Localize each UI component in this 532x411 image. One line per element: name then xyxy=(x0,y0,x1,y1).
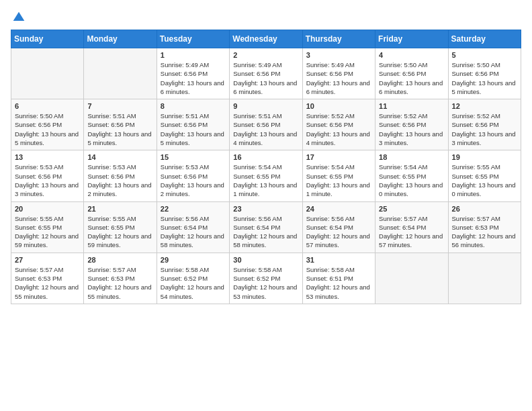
day-info: Sunrise: 5:56 AM Sunset: 6:54 PM Dayligh… xyxy=(161,214,226,250)
calendar-week-row: 20Sunrise: 5:55 AM Sunset: 6:55 PM Dayli… xyxy=(11,201,521,253)
calendar-cell: 1Sunrise: 5:49 AM Sunset: 6:56 PM Daylig… xyxy=(157,48,229,99)
day-number: 19 xyxy=(452,153,517,161)
day-number: 7 xyxy=(87,102,152,110)
day-number: 16 xyxy=(233,153,298,161)
calendar-cell: 10Sunrise: 5:52 AM Sunset: 6:56 PM Dayli… xyxy=(302,99,375,150)
day-number: 23 xyxy=(233,205,298,213)
day-number: 29 xyxy=(161,256,226,264)
calendar-cell: 29Sunrise: 5:58 AM Sunset: 6:52 PM Dayli… xyxy=(157,253,229,304)
day-info: Sunrise: 5:49 AM Sunset: 6:56 PM Dayligh… xyxy=(306,60,371,96)
day-info: Sunrise: 5:50 AM Sunset: 6:56 PM Dayligh… xyxy=(15,111,80,147)
svg-marker-0 xyxy=(13,12,25,21)
day-number: 1 xyxy=(161,51,226,59)
day-info: Sunrise: 5:54 AM Sunset: 6:55 PM Dayligh… xyxy=(233,163,298,198)
day-number: 3 xyxy=(306,51,371,59)
day-number: 13 xyxy=(15,153,80,161)
day-info: Sunrise: 5:57 AM Sunset: 6:53 PM Dayligh… xyxy=(452,214,517,250)
day-info: Sunrise: 5:57 AM Sunset: 6:53 PM Dayligh… xyxy=(15,265,80,301)
calendar-cell: 14Sunrise: 5:53 AM Sunset: 6:56 PM Dayli… xyxy=(84,150,157,201)
calendar-cell: 4Sunrise: 5:50 AM Sunset: 6:56 PM Daylig… xyxy=(375,48,448,99)
day-info: Sunrise: 5:57 AM Sunset: 6:53 PM Dayligh… xyxy=(87,265,152,301)
calendar-cell: 25Sunrise: 5:57 AM Sunset: 6:54 PM Dayli… xyxy=(375,201,448,253)
day-info: Sunrise: 5:50 AM Sunset: 6:56 PM Dayligh… xyxy=(379,60,444,96)
day-number: 11 xyxy=(379,102,444,110)
calendar-cell: 30Sunrise: 5:58 AM Sunset: 6:52 PM Dayli… xyxy=(230,253,302,304)
calendar-cell: 16Sunrise: 5:54 AM Sunset: 6:55 PM Dayli… xyxy=(230,150,302,201)
logo-icon xyxy=(12,11,26,24)
day-number: 27 xyxy=(15,256,80,264)
calendar-week-row: 1Sunrise: 5:49 AM Sunset: 6:56 PM Daylig… xyxy=(11,48,521,99)
day-info: Sunrise: 5:51 AM Sunset: 6:56 PM Dayligh… xyxy=(161,111,226,147)
calendar-cell: 20Sunrise: 5:55 AM Sunset: 6:55 PM Dayli… xyxy=(11,201,84,253)
calendar-cell: 18Sunrise: 5:54 AM Sunset: 6:55 PM Dayli… xyxy=(375,150,448,201)
calendar-cell: 21Sunrise: 5:55 AM Sunset: 6:55 PM Dayli… xyxy=(84,201,157,253)
day-of-week-header: Friday xyxy=(375,30,448,48)
day-number: 22 xyxy=(161,205,226,213)
day-number: 30 xyxy=(233,256,298,264)
day-info: Sunrise: 5:53 AM Sunset: 6:56 PM Dayligh… xyxy=(87,163,152,198)
day-number: 17 xyxy=(306,153,371,161)
day-of-week-header: Thursday xyxy=(302,30,375,48)
day-of-week-header: Saturday xyxy=(448,30,521,48)
day-info: Sunrise: 5:58 AM Sunset: 6:52 PM Dayligh… xyxy=(161,265,226,301)
day-info: Sunrise: 5:56 AM Sunset: 6:54 PM Dayligh… xyxy=(233,214,298,250)
calendar-cell: 19Sunrise: 5:55 AM Sunset: 6:55 PM Dayli… xyxy=(448,150,521,201)
calendar-week-row: 6Sunrise: 5:50 AM Sunset: 6:56 PM Daylig… xyxy=(11,99,521,150)
calendar-cell: 31Sunrise: 5:58 AM Sunset: 6:51 PM Dayli… xyxy=(302,253,375,304)
day-number: 5 xyxy=(452,51,517,59)
day-number: 28 xyxy=(87,256,152,264)
day-number: 15 xyxy=(161,153,226,161)
day-number: 26 xyxy=(452,205,517,213)
calendar-cell: 5Sunrise: 5:50 AM Sunset: 6:56 PM Daylig… xyxy=(448,48,521,99)
calendar-cell: 7Sunrise: 5:51 AM Sunset: 6:56 PM Daylig… xyxy=(84,99,157,150)
day-number: 25 xyxy=(379,205,444,213)
day-info: Sunrise: 5:54 AM Sunset: 6:55 PM Dayligh… xyxy=(306,163,371,198)
day-info: Sunrise: 5:50 AM Sunset: 6:56 PM Dayligh… xyxy=(452,60,517,96)
calendar-cell: 3Sunrise: 5:49 AM Sunset: 6:56 PM Daylig… xyxy=(302,48,375,99)
calendar-cell: 24Sunrise: 5:56 AM Sunset: 6:54 PM Dayli… xyxy=(302,201,375,253)
day-of-week-header: Wednesday xyxy=(230,30,302,48)
day-number: 14 xyxy=(87,153,152,161)
calendar-cell: 15Sunrise: 5:53 AM Sunset: 6:56 PM Dayli… xyxy=(157,150,229,201)
calendar-cell: 13Sunrise: 5:53 AM Sunset: 6:56 PM Dayli… xyxy=(11,150,84,201)
day-number: 20 xyxy=(15,205,80,213)
calendar-table: SundayMondayTuesdayWednesdayThursdayFrid… xyxy=(11,30,521,304)
day-info: Sunrise: 5:49 AM Sunset: 6:56 PM Dayligh… xyxy=(233,60,298,96)
day-info: Sunrise: 5:58 AM Sunset: 6:52 PM Dayligh… xyxy=(233,265,298,301)
calendar-cell: 12Sunrise: 5:52 AM Sunset: 6:56 PM Dayli… xyxy=(448,99,521,150)
calendar-cell xyxy=(11,48,84,99)
day-info: Sunrise: 5:52 AM Sunset: 6:56 PM Dayligh… xyxy=(452,111,517,147)
day-info: Sunrise: 5:51 AM Sunset: 6:56 PM Dayligh… xyxy=(233,111,298,147)
day-of-week-header: Sunday xyxy=(11,30,84,48)
day-number: 6 xyxy=(15,102,80,110)
calendar-header-row: SundayMondayTuesdayWednesdayThursdayFrid… xyxy=(11,30,521,48)
page-header xyxy=(11,11,521,21)
day-info: Sunrise: 5:53 AM Sunset: 6:56 PM Dayligh… xyxy=(15,163,80,198)
day-info: Sunrise: 5:56 AM Sunset: 6:54 PM Dayligh… xyxy=(306,214,371,250)
calendar-cell: 17Sunrise: 5:54 AM Sunset: 6:55 PM Dayli… xyxy=(302,150,375,201)
calendar-cell: 27Sunrise: 5:57 AM Sunset: 6:53 PM Dayli… xyxy=(11,253,84,304)
calendar-cell xyxy=(375,253,448,304)
day-number: 4 xyxy=(379,51,444,59)
calendar-cell: 11Sunrise: 5:52 AM Sunset: 6:56 PM Dayli… xyxy=(375,99,448,150)
day-info: Sunrise: 5:55 AM Sunset: 6:55 PM Dayligh… xyxy=(15,214,80,250)
logo xyxy=(11,11,26,21)
day-number: 18 xyxy=(379,153,444,161)
calendar-cell: 2Sunrise: 5:49 AM Sunset: 6:56 PM Daylig… xyxy=(230,48,302,99)
calendar-cell: 22Sunrise: 5:56 AM Sunset: 6:54 PM Dayli… xyxy=(157,201,229,253)
day-info: Sunrise: 5:49 AM Sunset: 6:56 PM Dayligh… xyxy=(161,60,226,96)
calendar-week-row: 27Sunrise: 5:57 AM Sunset: 6:53 PM Dayli… xyxy=(11,253,521,304)
day-info: Sunrise: 5:58 AM Sunset: 6:51 PM Dayligh… xyxy=(306,265,371,301)
calendar-cell: 8Sunrise: 5:51 AM Sunset: 6:56 PM Daylig… xyxy=(157,99,229,150)
day-of-week-header: Monday xyxy=(84,30,157,48)
calendar-cell: 6Sunrise: 5:50 AM Sunset: 6:56 PM Daylig… xyxy=(11,99,84,150)
calendar-cell: 26Sunrise: 5:57 AM Sunset: 6:53 PM Dayli… xyxy=(448,201,521,253)
day-info: Sunrise: 5:51 AM Sunset: 6:56 PM Dayligh… xyxy=(87,111,152,147)
day-info: Sunrise: 5:55 AM Sunset: 6:55 PM Dayligh… xyxy=(452,163,517,198)
day-info: Sunrise: 5:52 AM Sunset: 6:56 PM Dayligh… xyxy=(306,111,371,147)
day-number: 31 xyxy=(306,256,371,264)
day-info: Sunrise: 5:55 AM Sunset: 6:55 PM Dayligh… xyxy=(87,214,152,250)
calendar-week-row: 13Sunrise: 5:53 AM Sunset: 6:56 PM Dayli… xyxy=(11,150,521,201)
calendar-cell: 9Sunrise: 5:51 AM Sunset: 6:56 PM Daylig… xyxy=(230,99,302,150)
day-number: 9 xyxy=(233,102,298,110)
